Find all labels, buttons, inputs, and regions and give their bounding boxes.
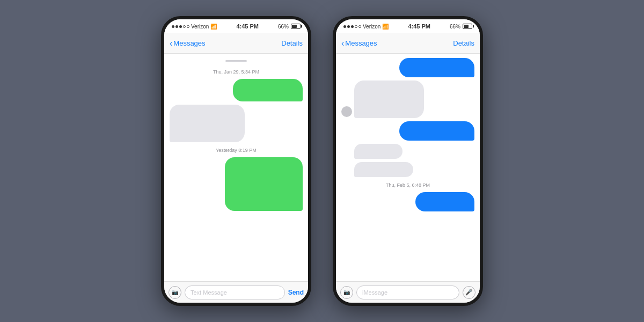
messages-area-2: Thu, Feb 5, 6:48 PM	[336, 54, 480, 281]
message-2-1	[341, 58, 474, 77]
message-2-3	[341, 121, 474, 141]
bubble-sent-2	[225, 157, 303, 211]
message-2-5	[354, 162, 474, 177]
message-input-2[interactable]: iMessage	[356, 286, 459, 299]
timestamp-1b: Yesterday 8:19 PM	[170, 148, 303, 153]
battery-pct-2: 66%	[450, 24, 460, 30]
carrier-1: Verizon 📶	[172, 24, 217, 30]
dot4	[183, 25, 186, 28]
mic-button[interactable]: 🎤	[463, 286, 475, 299]
nav-bar-2: ‹ Messages Details	[336, 33, 480, 54]
battery-icon-2	[463, 24, 472, 29]
scroll-indicator-1	[225, 60, 247, 62]
bubble-sent-3	[399, 58, 474, 77]
back-label-2: Messages	[345, 39, 377, 47]
battery-pct-1: 66%	[278, 24, 289, 30]
back-label-1: Messages	[173, 39, 205, 47]
carrier-2: Verizon 📶	[343, 24, 389, 30]
dot3	[179, 25, 182, 28]
wifi-icon-1: 📶	[210, 24, 217, 30]
bubble-received-4	[354, 162, 413, 177]
battery-body-2	[463, 24, 472, 29]
input-bar-2: 📷 iMessage 🎤	[336, 281, 480, 303]
dot4b	[355, 25, 357, 28]
wifi-icon-2: 📶	[382, 24, 389, 30]
camera-button-2[interactable]: 📷	[340, 286, 353, 299]
signal-dots-1	[172, 25, 189, 28]
details-button-2[interactable]: Details	[453, 39, 474, 47]
message-2-4	[354, 144, 474, 159]
dot3b	[351, 25, 354, 28]
message-2-6	[341, 192, 474, 211]
battery-icon-1	[291, 24, 301, 29]
send-button-1[interactable]: Send	[288, 289, 304, 296]
dot1	[172, 25, 174, 28]
camera-button-1[interactable]: 📷	[169, 286, 181, 299]
battery-body-1	[291, 24, 301, 29]
status-right-2: 66%	[450, 24, 472, 30]
phone-2: Verizon 📶 4:45 PM 66% ‹ Messages Details	[333, 16, 483, 306]
dot2	[175, 25, 178, 28]
message-2	[170, 105, 303, 142]
phone-1: Verizon 📶 4:45 PM 66% ‹ Messages Details…	[161, 16, 311, 306]
timestamp-1a: Thu, Jan 29, 5:34 PM	[170, 69, 303, 75]
bubble-received-1	[170, 105, 245, 142]
bubble-sent-1	[233, 79, 303, 101]
dot5	[187, 25, 189, 28]
dot2b	[347, 25, 350, 28]
input-placeholder-2: iMessage	[362, 289, 387, 296]
carrier-name-1: Verizon	[191, 24, 209, 30]
message-input-1[interactable]: Text Message	[185, 286, 285, 299]
input-placeholder-1: Text Message	[191, 289, 227, 296]
battery-fill-2	[464, 25, 469, 28]
dot1b	[343, 25, 346, 28]
chevron-left-icon-2: ‹	[341, 39, 344, 48]
time-2: 4:45 PM	[408, 23, 430, 30]
message-3	[170, 157, 303, 211]
bubble-sent-5	[415, 192, 474, 211]
details-button-1[interactable]: Details	[281, 39, 303, 47]
bubble-sent-4	[399, 121, 474, 141]
messages-area-1: Thu, Jan 29, 5:34 PM Yesterday 8:19 PM	[164, 54, 308, 281]
bubble-received-2	[354, 80, 424, 118]
nav-bar-1: ‹ Messages Details	[164, 33, 308, 54]
carrier-name-2: Verizon	[363, 24, 380, 30]
signal-dots-2	[343, 25, 361, 28]
message-2-2	[341, 80, 474, 118]
battery-fill-1	[292, 25, 297, 28]
avatar-1	[341, 106, 352, 117]
timestamp-2a: Thu, Feb 5, 6:48 PM	[341, 182, 474, 188]
dot5b	[358, 25, 361, 28]
time-1: 4:45 PM	[236, 23, 259, 30]
chevron-left-icon-1: ‹	[170, 39, 172, 48]
back-button-2[interactable]: ‹ Messages	[341, 39, 377, 48]
message-1	[170, 79, 303, 101]
status-bar-2: Verizon 📶 4:45 PM 66%	[336, 19, 480, 33]
status-right-1: 66%	[278, 24, 301, 30]
back-button-1[interactable]: ‹ Messages	[170, 39, 206, 48]
input-bar-1: 📷 Text Message Send	[164, 281, 308, 303]
bubble-received-3	[354, 144, 402, 159]
status-bar-1: Verizon 📶 4:45 PM 66%	[164, 19, 308, 33]
